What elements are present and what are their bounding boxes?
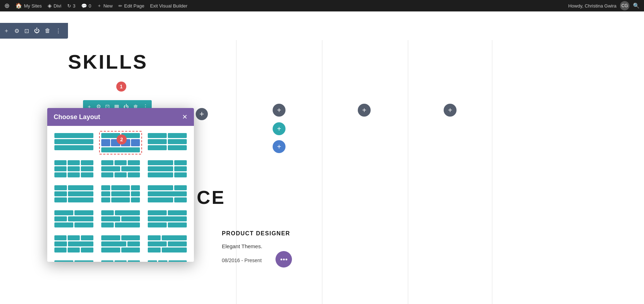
my-sites-link[interactable]: 🏠 My Sites <box>15 3 42 9</box>
divi-link[interactable]: ◈ Divi <box>48 3 62 9</box>
choose-layout-title: Choose Layout <box>54 113 100 121</box>
avatar[interactable]: CG <box>620 1 629 10</box>
exit-builder-link[interactable]: Exit Visual Builder <box>150 3 187 9</box>
col-line-1 <box>236 40 236 304</box>
layout-option-wide-center[interactable] <box>146 183 189 205</box>
dot-3 <box>286 259 287 260</box>
section-duplicate-icon[interactable]: ⊡ <box>24 28 29 34</box>
col-line-4 <box>492 40 492 304</box>
search-icon[interactable]: 🔍 <box>633 3 640 9</box>
section-disable-icon[interactable]: ⏻ <box>34 28 40 34</box>
wp-logo-icon[interactable]: ⊕ <box>4 2 10 10</box>
layout-option-r6c2[interactable] <box>99 258 142 262</box>
dot-2 <box>283 259 285 260</box>
badge-2: 2 <box>117 134 127 144</box>
exit-builder-label: Exit Visual Builder <box>150 3 187 9</box>
choose-layout-close-button[interactable]: ✕ <box>182 113 187 121</box>
col-line-3 <box>408 40 408 304</box>
section-add-icon[interactable]: ＋ <box>4 27 9 35</box>
layout-option-center[interactable] <box>99 183 142 205</box>
layout-option-2col[interactable] <box>52 158 96 180</box>
layout-option-asym2[interactable] <box>52 183 96 205</box>
layout-option-1col[interactable] <box>52 131 96 155</box>
layout-option-r6c1[interactable] <box>52 258 96 262</box>
layout-option-r5c1[interactable] <box>52 233 96 255</box>
dot-1 <box>280 259 282 260</box>
updates-count: 3 <box>73 3 75 9</box>
layout-option-r6c3[interactable] <box>146 258 189 262</box>
updates-icon: ↻ <box>67 3 71 9</box>
more-options-button[interactable] <box>275 251 292 268</box>
col-line-2 <box>322 40 322 304</box>
choose-layout-modal: Choose Layout ✕ 2 <box>47 108 194 262</box>
updates-link[interactable]: ↻ 3 <box>67 3 75 9</box>
skills-heading: SKILLS <box>68 50 148 73</box>
edit-page-label: Edit Page <box>124 3 144 9</box>
section-more-icon[interactable]: ⋮ <box>55 28 61 34</box>
layout-option-r4c1[interactable] <box>52 208 96 230</box>
my-sites-label: My Sites <box>24 3 42 9</box>
new-label: New <box>103 3 113 9</box>
edit-page-link[interactable]: ✏ Edit Page <box>118 3 144 9</box>
comments-icon: 💬 <box>81 3 87 9</box>
new-link[interactable]: ＋ New <box>97 3 113 9</box>
layout-option-r4c3[interactable] <box>146 208 189 230</box>
layout-option-r5c2[interactable] <box>99 233 142 255</box>
col-add-btn-2-teal[interactable]: + <box>273 122 286 135</box>
col-add-btn-1[interactable]: + <box>273 104 286 117</box>
admin-bar: ⊕ 🏠 My Sites ◈ Divi ↻ 3 💬 0 ＋ New ✏ Edit… <box>0 0 644 11</box>
comments-count: 0 <box>89 3 91 9</box>
layout-option-asym1[interactable] <box>146 158 189 180</box>
comments-link[interactable]: 💬 0 <box>81 3 91 9</box>
layout-option-r5c3[interactable] <box>146 233 189 255</box>
badge-1: 1 <box>116 82 126 92</box>
job-company: Elegant Themes. <box>222 243 262 249</box>
choose-layout-header: Choose Layout ✕ <box>47 108 194 126</box>
section-settings-icon[interactable]: ⚙ <box>14 28 19 34</box>
plus-icon: ＋ <box>97 3 102 9</box>
col-add-btn-3-blue[interactable]: + <box>273 140 286 153</box>
layout-option-mixed1[interactable] <box>146 131 189 155</box>
add-column-dark-btn[interactable]: + <box>196 108 208 120</box>
divi-label: Divi <box>54 3 62 9</box>
job-dates: 08/2016 - Present <box>222 258 262 263</box>
col-add-btn-4[interactable]: + <box>358 104 371 117</box>
edit-icon: ✏ <box>118 3 122 9</box>
section-delete-icon[interactable]: 🗑 <box>45 28 50 34</box>
experience-text: CE <box>197 187 225 208</box>
layout-option-3col[interactable] <box>99 158 142 180</box>
layout-grid <box>52 131 189 262</box>
job-title: PRODUCT DESIGNER <box>222 230 290 237</box>
col-add-btn-5[interactable]: + <box>444 104 457 117</box>
admin-bar-right: Howdy, Christina Gwira CG 🔍 <box>568 1 640 10</box>
divi-icon: ◈ <box>48 3 52 9</box>
section-toolbar: ＋ ⚙ ⊡ ⏻ 🗑 ⋮ <box>0 23 68 39</box>
main-content: ＋ ⚙ ⊡ ⏻ 🗑 ⋮ SKILLS 1 ＋ ⚙ ⊡ ▦ ⏻ 🗑 ⋮ + + +… <box>0 11 644 304</box>
layout-option-r4c2[interactable] <box>99 208 142 230</box>
my-sites-icon: 🏠 <box>15 3 22 9</box>
choose-layout-body[interactable]: 2 <box>47 126 194 262</box>
user-greeting: Howdy, Christina Gwira <box>568 3 616 9</box>
